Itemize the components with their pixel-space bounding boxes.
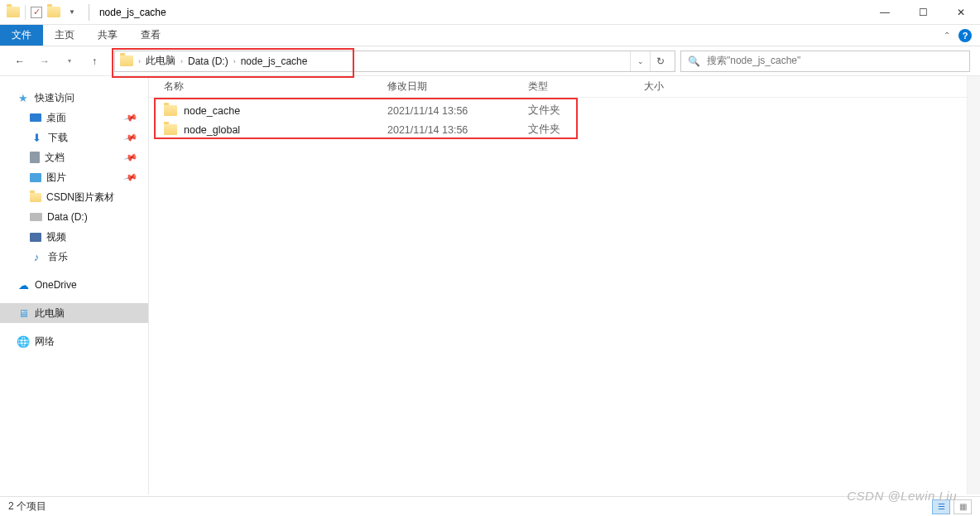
column-date[interactable]: 修改日期 [387, 80, 528, 94]
file-list-pane: 名称 修改日期 类型 大小 node_cache 2021/11/14 13:5… [149, 76, 980, 494]
sidebar-quick-access[interactable]: ★快速访问 [0, 88, 148, 108]
search-placeholder: 搜索"node_js_cache" [707, 54, 800, 68]
breadcrumb-folder[interactable]: node_js_cache [241, 55, 308, 67]
breadcrumb-drive[interactable]: Data (D:) [188, 55, 228, 67]
sidebar-downloads[interactable]: ⬇下载📌 [0, 128, 148, 147]
pin-icon: 📌 [123, 150, 139, 165]
vertical-scrollbar[interactable] [967, 76, 980, 494]
refresh-button[interactable]: ↻ [650, 51, 670, 71]
column-name[interactable]: 名称 [164, 80, 387, 94]
qat-customize-icon[interactable]: ▼ [65, 8, 79, 16]
sidebar-music[interactable]: ♪音乐 [0, 247, 148, 267]
sidebar-this-pc[interactable]: 🖥此电脑 [0, 303, 148, 323]
chevron-right-icon[interactable]: › [233, 57, 236, 65]
nav-up-button[interactable]: ↑ [84, 51, 104, 71]
folder-icon [164, 105, 177, 116]
column-headers: 名称 修改日期 类型 大小 [149, 76, 980, 98]
app-folder-icon [7, 7, 20, 17]
sidebar-pictures[interactable]: 图片📌 [0, 167, 148, 187]
column-size[interactable]: 大小 [644, 80, 710, 94]
navigation-pane: ★快速访问 桌面📌 ⬇下载📌 文档📌 图片📌 CSDN图片素材 Data (D:… [0, 76, 149, 494]
minimize-button[interactable]: — [866, 0, 904, 25]
sidebar-documents[interactable]: 文档📌 [0, 147, 148, 167]
table-row[interactable]: node_global 2021/11/14 13:56 文件夹 [149, 120, 980, 139]
tab-view[interactable]: 查看 [129, 25, 172, 46]
status-item-count: 2 个项目 [8, 499, 46, 514]
nav-recent-dropdown[interactable]: ▾ [60, 51, 79, 71]
qat-properties-icon[interactable]: ✓ [31, 7, 42, 18]
address-dropdown-icon[interactable]: ⌄ [630, 51, 650, 71]
title-bar: ✓ ▼ node_js_cache — ☐ ✕ [0, 0, 980, 25]
address-folder-icon [120, 55, 133, 66]
window-title: node_js_cache [99, 7, 166, 18]
help-icon[interactable]: ? [958, 29, 972, 42]
sidebar-onedrive[interactable]: ☁OneDrive [0, 275, 148, 295]
pin-icon: 📌 [123, 110, 139, 125]
address-bar[interactable]: › 此电脑 › Data (D:) › node_js_cache ⌄ ↻ [114, 51, 675, 72]
close-button[interactable]: ✕ [942, 0, 980, 25]
navigation-row: ← → ▾ ↑ › 此电脑 › Data (D:) › node_js_cach… [0, 46, 980, 76]
search-icon: 🔍 [688, 55, 700, 67]
tab-file[interactable]: 文件 [0, 25, 43, 46]
chevron-right-icon[interactable]: › [138, 57, 141, 65]
tab-share[interactable]: 共享 [86, 25, 129, 46]
maximize-button[interactable]: ☐ [904, 0, 942, 25]
breadcrumb-this-pc[interactable]: 此电脑 [146, 54, 175, 68]
chevron-right-icon[interactable]: › [180, 57, 183, 65]
sidebar-network[interactable]: 🌐网络 [0, 331, 148, 351]
pin-icon: 📌 [123, 170, 139, 185]
qat-newfolder-icon[interactable] [47, 7, 60, 17]
watermark: CSDN @Lewin Liu [847, 489, 957, 503]
sidebar-videos[interactable]: 视频 [0, 227, 148, 247]
column-type[interactable]: 类型 [528, 80, 644, 94]
sidebar-data-drive[interactable]: Data (D:) [0, 207, 148, 227]
table-row[interactable]: node_cache 2021/11/14 13:56 文件夹 [149, 101, 980, 120]
sidebar-csdn[interactable]: CSDN图片素材 [0, 187, 148, 207]
sidebar-desktop[interactable]: 桌面📌 [0, 108, 148, 128]
folder-icon [164, 124, 177, 135]
tab-home[interactable]: 主页 [43, 25, 86, 46]
ribbon-collapse-icon[interactable]: ⌃ [944, 31, 950, 40]
nav-back-button[interactable]: ← [10, 51, 30, 71]
search-input[interactable]: 🔍 搜索"node_js_cache" [680, 51, 970, 72]
pin-icon: 📌 [123, 130, 139, 145]
ribbon: 文件 主页 共享 查看 ⌃ ? [0, 25, 980, 46]
status-bar: 2 个项目 ☰ ▦ [0, 496, 980, 516]
nav-forward-button[interactable]: → [35, 51, 55, 71]
